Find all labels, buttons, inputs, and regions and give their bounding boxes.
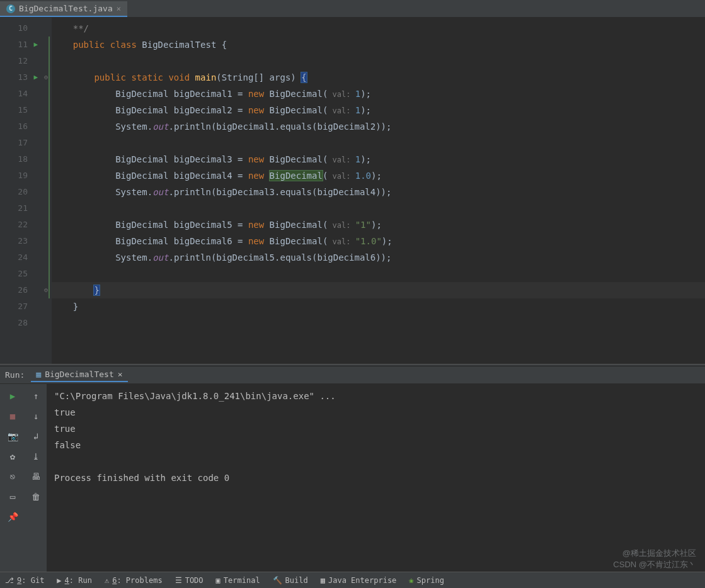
fold-close-icon[interactable]: ⊖ <box>40 282 52 298</box>
console-line: Process finished with exit code 0 <box>54 470 697 486</box>
bottom-enterprise[interactable]: ▦ Java Enterprise <box>321 576 397 585</box>
class-icon: C <box>6 4 15 13</box>
todo-icon: ☰ <box>175 576 182 585</box>
spring-icon: ❀ <box>409 576 413 585</box>
code-area[interactable]: **/ public class BigDecimalTest { public… <box>52 18 705 364</box>
run-toolbar-left: ▶ ■ 📷 ✿ ⎋ ▭ 📌 <box>0 384 25 572</box>
gutter: 10 11▶ 12 13▶ 14 15 16 17 18 19 20 21 22… <box>0 18 40 364</box>
run-gutter-icon[interactable]: ▶ <box>33 69 38 86</box>
application-icon: ▦ <box>36 370 41 379</box>
hammer-icon: 🔨 <box>273 576 282 585</box>
settings-icon[interactable]: ✿ <box>7 451 18 462</box>
console-line: "C:\Program Files\Java\jdk1.8.0_241\bin\… <box>54 388 697 404</box>
up-icon[interactable]: ↑ <box>30 390 42 402</box>
bottom-terminal[interactable]: ▣ Terminal <box>216 576 260 585</box>
bottom-spring[interactable]: ❀ Spring <box>409 576 444 585</box>
bottom-bar: ⎇ 9: Git ▶ 4: Run ⚠ 6: Problems ☰ TODO ▣… <box>0 572 705 588</box>
scroll-icon[interactable]: ⤓ <box>30 451 42 462</box>
run-panel: Run: ▦ BigDecimalTest × ▶ ■ 📷 ✿ ⎋ ▭ 📌 ↑ … <box>0 366 705 572</box>
warning-icon: ⚠ <box>105 576 109 585</box>
run-header: Run: ▦ BigDecimalTest × <box>0 366 705 384</box>
play-icon: ▶ <box>57 576 61 585</box>
console-line: false <box>54 437 697 453</box>
fold-open-icon[interactable]: ⊖ <box>40 69 52 86</box>
trash-icon[interactable]: 🗑 <box>30 491 42 502</box>
pin-icon[interactable]: 📌 <box>7 511 18 523</box>
close-icon[interactable]: × <box>117 4 121 13</box>
enterprise-icon: ▦ <box>321 576 325 585</box>
tab-file[interactable]: C BigDecimalTest.java × <box>0 1 127 17</box>
branch-icon: ⎇ <box>5 576 14 585</box>
wrap-icon[interactable]: ↲ <box>30 431 42 442</box>
run-gutter-icon[interactable]: ▶ <box>33 37 38 53</box>
bottom-build[interactable]: 🔨 Build <box>273 576 308 585</box>
console-output[interactable]: "C:\Program Files\Java\jdk1.8.0_241\bin\… <box>47 384 705 572</box>
close-icon[interactable]: × <box>118 370 123 379</box>
rerun-icon[interactable]: ▶ <box>7 390 18 402</box>
bottom-problems[interactable]: ⚠ 6: Problems <box>105 576 163 585</box>
exit-icon[interactable]: ⎋ <box>7 471 18 482</box>
run-toolbar-right: ↑ ↓ ↲ ⤓ 🖶 🗑 <box>25 384 47 572</box>
stop-icon[interactable]: ■ <box>7 410 18 422</box>
console-line <box>54 453 697 470</box>
console-line: true <box>54 404 697 421</box>
terminal-icon: ▣ <box>216 576 221 585</box>
bottom-git[interactable]: ⎇ 9: Git <box>5 576 44 585</box>
gutter-fold: ⊖ ⊖ <box>40 18 52 364</box>
editor[interactable]: 10 11▶ 12 13▶ 14 15 16 17 18 19 20 21 22… <box>0 18 705 364</box>
run-label: Run: <box>5 370 25 380</box>
console-line: true <box>54 421 697 437</box>
run-tab[interactable]: ▦ BigDecimalTest × <box>31 368 127 382</box>
dump-icon[interactable]: 📷 <box>7 431 18 442</box>
run-tab-label: BigDecimalTest <box>45 370 114 379</box>
down-icon[interactable]: ↓ <box>30 410 42 422</box>
tab-label: BigDecimalTest.java <box>19 4 113 13</box>
layout-icon[interactable]: ▭ <box>7 491 18 502</box>
bottom-todo[interactable]: ☰ TODO <box>175 576 203 585</box>
bottom-run[interactable]: ▶ 4: Run <box>57 576 92 585</box>
editor-tabs: C BigDecimalTest.java × <box>0 0 705 18</box>
print-icon[interactable]: 🖶 <box>30 471 42 482</box>
